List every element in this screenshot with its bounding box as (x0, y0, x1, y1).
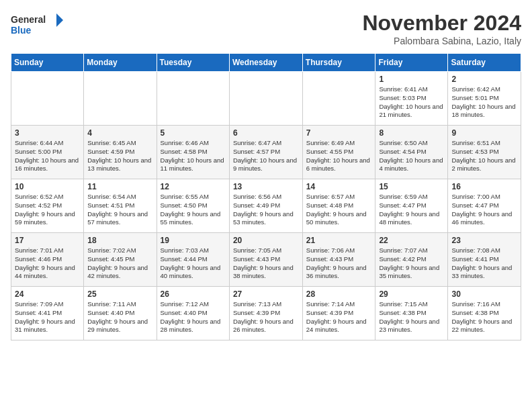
day-info: Sunrise: 6:46 AM Sunset: 4:58 PM Dayligh… (161, 139, 226, 173)
day-info: Sunrise: 6:49 AM Sunset: 4:55 PM Dayligh… (306, 139, 372, 173)
table-row: 6Sunrise: 6:47 AM Sunset: 4:57 PM Daylig… (229, 126, 302, 179)
day-info: Sunrise: 7:03 AM Sunset: 4:44 PM Dayligh… (161, 246, 226, 281)
table-row: 2Sunrise: 6:42 AM Sunset: 5:01 PM Daylig… (448, 72, 521, 126)
header-friday: Friday (375, 54, 448, 72)
day-info: Sunrise: 7:12 AM Sunset: 4:40 PM Dayligh… (161, 300, 226, 334)
table-row: 21Sunrise: 7:06 AM Sunset: 4:43 PM Dayli… (302, 233, 375, 287)
day-info: Sunrise: 6:44 AM Sunset: 5:00 PM Dayligh… (15, 139, 80, 173)
header-saturday: Saturday (448, 54, 521, 72)
day-number: 16 (451, 182, 517, 191)
day-number: 4 (87, 128, 152, 138)
day-number: 1 (379, 75, 444, 84)
table-row (229, 72, 302, 126)
table-row: 17Sunrise: 7:01 AM Sunset: 4:46 PM Dayli… (11, 233, 84, 287)
table-row: 19Sunrise: 7:03 AM Sunset: 4:44 PM Dayli… (157, 233, 229, 287)
day-number: 12 (161, 182, 226, 191)
day-number: 22 (379, 236, 444, 245)
table-row: 14Sunrise: 6:57 AM Sunset: 4:48 PM Dayli… (302, 179, 375, 233)
table-row (157, 72, 229, 126)
table-row: 1Sunrise: 6:41 AM Sunset: 5:03 PM Daylig… (375, 72, 448, 126)
day-number: 27 (233, 289, 299, 299)
table-row: 18Sunrise: 7:02 AM Sunset: 4:45 PM Dayli… (84, 233, 157, 287)
day-number: 23 (451, 236, 517, 245)
calendar-title: November 2024 (362, 11, 521, 36)
header-wednesday: Wednesday (229, 54, 302, 72)
header-sunday: Sunday (11, 54, 84, 72)
table-row: 12Sunrise: 6:55 AM Sunset: 4:50 PM Dayli… (157, 179, 229, 233)
table-row: 28Sunrise: 7:14 AM Sunset: 4:39 PM Dayli… (302, 287, 375, 340)
day-number: 20 (233, 236, 299, 245)
calendar-row: 10Sunrise: 6:52 AM Sunset: 4:52 PM Dayli… (11, 179, 521, 233)
header-tuesday: Tuesday (157, 54, 229, 72)
day-info: Sunrise: 6:51 AM Sunset: 4:53 PM Dayligh… (451, 139, 517, 173)
day-info: Sunrise: 6:45 AM Sunset: 4:59 PM Dayligh… (87, 139, 152, 173)
logo-svg: General Blue (11, 11, 64, 38)
page-header: General Blue November 2024 Palombara Sab… (11, 11, 521, 46)
table-row: 7Sunrise: 6:49 AM Sunset: 4:55 PM Daylig… (302, 126, 375, 179)
day-info: Sunrise: 7:00 AM Sunset: 4:47 PM Dayligh… (451, 193, 517, 227)
day-number: 6 (233, 128, 299, 138)
day-info: Sunrise: 7:01 AM Sunset: 4:46 PM Dayligh… (15, 246, 80, 281)
day-info: Sunrise: 6:52 AM Sunset: 4:52 PM Dayligh… (15, 193, 80, 227)
calendar-row: 1Sunrise: 6:41 AM Sunset: 5:03 PM Daylig… (11, 72, 521, 126)
day-number: 3 (15, 128, 80, 138)
day-number: 13 (233, 182, 299, 191)
calendar-header-row: Sunday Monday Tuesday Wednesday Thursday… (11, 54, 521, 72)
table-row (302, 72, 375, 126)
day-info: Sunrise: 6:41 AM Sunset: 5:03 PM Dayligh… (379, 85, 444, 120)
table-row: 10Sunrise: 6:52 AM Sunset: 4:52 PM Dayli… (11, 179, 84, 233)
calendar-row: 3Sunrise: 6:44 AM Sunset: 5:00 PM Daylig… (11, 126, 521, 179)
day-number: 18 (87, 236, 152, 245)
day-info: Sunrise: 7:15 AM Sunset: 4:38 PM Dayligh… (379, 300, 444, 334)
table-row: 27Sunrise: 7:13 AM Sunset: 4:39 PM Dayli… (229, 287, 302, 340)
header-thursday: Thursday (302, 54, 375, 72)
table-row (11, 72, 84, 126)
day-number: 29 (379, 289, 444, 299)
table-row: 16Sunrise: 7:00 AM Sunset: 4:47 PM Dayli… (448, 179, 521, 233)
day-number: 26 (161, 289, 226, 299)
table-row: 11Sunrise: 6:54 AM Sunset: 4:51 PM Dayli… (84, 179, 157, 233)
day-info: Sunrise: 7:14 AM Sunset: 4:39 PM Dayligh… (306, 300, 372, 334)
table-row: 4Sunrise: 6:45 AM Sunset: 4:59 PM Daylig… (84, 126, 157, 179)
day-number: 5 (161, 128, 226, 138)
svg-marker-2 (56, 13, 63, 27)
title-area: November 2024 Palombara Sabina, Lazio, I… (362, 11, 521, 46)
day-info: Sunrise: 6:42 AM Sunset: 5:01 PM Dayligh… (451, 85, 517, 120)
day-number: 25 (87, 289, 152, 299)
table-row: 30Sunrise: 7:16 AM Sunset: 4:38 PM Dayli… (448, 287, 521, 340)
svg-text:General: General (11, 14, 46, 25)
svg-text:Blue: Blue (11, 25, 32, 36)
calendar-subtitle: Palombara Sabina, Lazio, Italy (362, 36, 521, 46)
day-number: 9 (451, 128, 517, 138)
day-info: Sunrise: 7:07 AM Sunset: 4:42 PM Dayligh… (379, 246, 444, 281)
day-info: Sunrise: 6:50 AM Sunset: 4:54 PM Dayligh… (379, 139, 444, 173)
table-row: 24Sunrise: 7:09 AM Sunset: 4:41 PM Dayli… (11, 287, 84, 340)
table-row: 9Sunrise: 6:51 AM Sunset: 4:53 PM Daylig… (448, 126, 521, 179)
day-info: Sunrise: 7:08 AM Sunset: 4:41 PM Dayligh… (451, 246, 517, 281)
day-number: 2 (451, 75, 517, 84)
day-number: 28 (306, 289, 372, 299)
table-row: 5Sunrise: 6:46 AM Sunset: 4:58 PM Daylig… (157, 126, 229, 179)
day-info: Sunrise: 6:47 AM Sunset: 4:57 PM Dayligh… (233, 139, 299, 173)
table-row: 13Sunrise: 6:56 AM Sunset: 4:49 PM Dayli… (229, 179, 302, 233)
day-number: 11 (87, 182, 152, 191)
day-number: 14 (306, 182, 372, 191)
table-row: 26Sunrise: 7:12 AM Sunset: 4:40 PM Dayli… (157, 287, 229, 340)
logo: General Blue (11, 11, 64, 38)
table-row: 15Sunrise: 6:59 AM Sunset: 4:47 PM Dayli… (375, 179, 448, 233)
day-info: Sunrise: 7:09 AM Sunset: 4:41 PM Dayligh… (15, 300, 80, 334)
day-info: Sunrise: 7:16 AM Sunset: 4:38 PM Dayligh… (451, 300, 517, 334)
day-info: Sunrise: 7:11 AM Sunset: 4:40 PM Dayligh… (87, 300, 152, 334)
header-monday: Monday (84, 54, 157, 72)
calendar-table: Sunday Monday Tuesday Wednesday Thursday… (11, 53, 521, 340)
day-info: Sunrise: 7:02 AM Sunset: 4:45 PM Dayligh… (87, 246, 152, 281)
day-number: 24 (15, 289, 80, 299)
day-number: 15 (379, 182, 444, 191)
table-row: 8Sunrise: 6:50 AM Sunset: 4:54 PM Daylig… (375, 126, 448, 179)
day-info: Sunrise: 7:13 AM Sunset: 4:39 PM Dayligh… (233, 300, 299, 334)
day-info: Sunrise: 6:57 AM Sunset: 4:48 PM Dayligh… (306, 193, 372, 227)
day-number: 10 (15, 182, 80, 191)
day-info: Sunrise: 6:56 AM Sunset: 4:49 PM Dayligh… (233, 193, 299, 227)
day-number: 8 (379, 128, 444, 138)
day-number: 30 (451, 289, 517, 299)
